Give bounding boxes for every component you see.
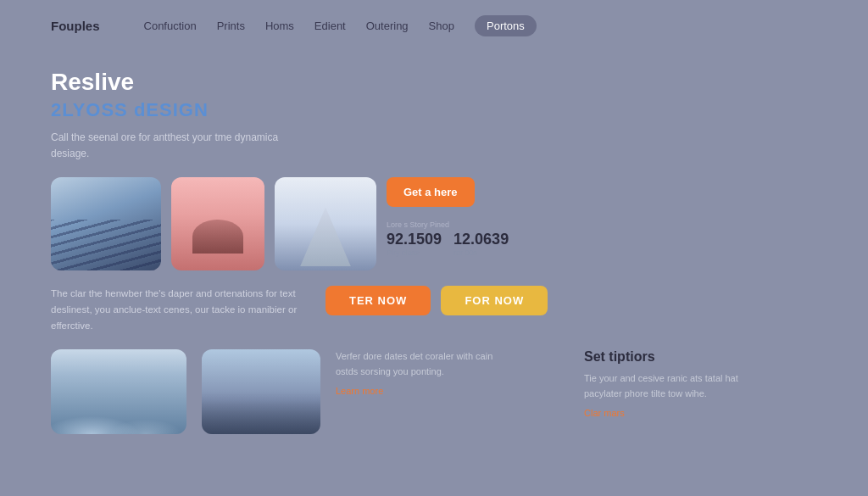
bottom-right-link[interactable]: Clar mars [584,408,625,418]
get-here-button[interactable]: Get a here [387,177,475,207]
stat-value-1: 92.1509 [387,231,442,248]
bottom-right-block: Set tiptiors Tie your and cesive ranic a… [584,349,817,420]
nav-link-prints[interactable]: Prints [217,20,245,32]
nav-logo: Fouples [51,19,100,33]
hero-title: Reslive [51,69,817,96]
main-content: Reslive 2LYOSS dESIGN Call the seenal or… [0,52,868,434]
hero-description: Call the seenal ore for antthest your tm… [51,130,288,162]
nav-link-portons[interactable]: Portons [475,15,537,36]
navbar: Fouples Confuction Prints Homs Edient Ou… [0,0,868,52]
image-card-pink [171,177,264,270]
top-row: Get a here Lore s Story Pined 92.1509 Pl… [51,177,817,270]
bottom-mid-link[interactable]: Learn more [336,386,383,396]
image-card-mountain-2 [202,349,320,434]
stat-sub-2: ror 00s [453,248,509,257]
stat-sub-1: Plry class [387,248,442,257]
stat-value-1-block: 92.1509 Plry class [387,231,442,257]
for-now-button[interactable]: FOR NOW [441,286,548,315]
nav-link-confuction[interactable]: Confuction [144,20,197,32]
mid-row: The clar the henwber the's daper and ort… [51,286,817,334]
bottom-mid-block: Verfer dore dates det coraler with cain … [336,349,569,398]
ter-now-button[interactable]: TER NOW [326,286,431,315]
stat-value-2: 12.0639 [453,231,509,248]
stat-values: 92.1509 Plry class 12.0639 ror 00s [387,231,509,257]
image-card-waves-2 [51,349,186,434]
stat-item-label: Lore s Story Pined 92.1509 Plry class 12… [387,220,509,257]
mid-text-block: The clar the henwber the's daper and ort… [51,286,305,334]
nav-links: Confuction Prints Homs Edient Outering S… [144,15,817,36]
bottom-right-desc: Tie your and cesive ranic ats tatal hat … [584,371,754,401]
bottom-row: Verfer dore dates det coraler with cain … [51,349,817,434]
mid-buttons: TER NOW FOR NOW [326,286,817,315]
nav-link-outering[interactable]: Outering [366,20,409,32]
cta-block: Get a here Lore s Story Pined 92.1509 Pl… [387,177,817,257]
stats-block: Lore s Story Pined 92.1509 Plry class 12… [387,220,817,257]
nav-link-homs[interactable]: Homs [265,20,294,32]
bottom-right-title: Set tiptiors [584,349,817,365]
nav-link-edient[interactable]: Edient [314,20,346,32]
bottom-mid-text: Verfer dore dates det coraler with cain … [336,349,505,379]
image-card-mountain [275,177,376,270]
hero-subtitle: 2LYOSS dESIGN [51,99,817,121]
stat-label-text: Lore s Story Pined [387,220,509,229]
nav-link-shop[interactable]: Shop [429,20,454,32]
mid-description: The clar the henwber the's daper and ort… [51,286,305,334]
image-card-waves [51,177,161,270]
stat-value-2-block: 12.0639 ror 00s [453,231,509,257]
